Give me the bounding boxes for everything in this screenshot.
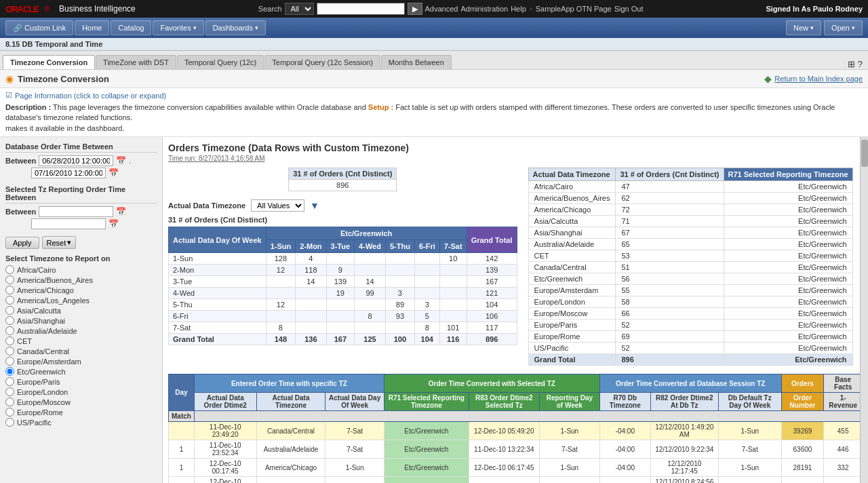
custom-link-button[interactable]: 🔗 Custom Link [5, 20, 73, 35]
tz-name: Australia/Adelaide [528, 239, 616, 250]
actual-data-timezone-select[interactable]: All Values [251, 199, 304, 212]
tz-count: 53 [616, 250, 724, 262]
radio-asia-calcutta-label: Asia/Calcutta [17, 307, 61, 315]
cell: 8 [266, 322, 296, 334]
date-to2-input[interactable] [31, 218, 106, 229]
tab-months-between[interactable]: Months Between [381, 55, 452, 69]
radio-america-los-angeles-input[interactable] [5, 296, 14, 305]
vertical-scrollbar[interactable]: ▶ [860, 137, 868, 483]
tab-grid-icon[interactable]: ⊞ [848, 59, 855, 69]
calendar-icon-4[interactable]: 📅 [108, 219, 119, 229]
calendar-icon-3[interactable]: 📅 [116, 207, 126, 216]
return-link[interactable]: Return to Main Index page [774, 75, 863, 83]
radio-europe-amsterdam-label: Europe/Amsterdam [17, 358, 81, 366]
cell: 14 [296, 276, 326, 288]
radio-etc-greenwich-input[interactable] [5, 367, 14, 376]
administration-link[interactable]: Administration [460, 5, 508, 13]
detail-subh-actual-tz: Actual Data Timezone [256, 393, 326, 411]
tab-temporal-12c[interactable]: Temporal Query (12c) [177, 55, 264, 69]
col-7-sat: 7-Sat [439, 240, 467, 253]
cell-order-num: 39269 [781, 422, 824, 440]
radio-europe-paris: Europe/Paris [5, 377, 157, 386]
search-input[interactable] [317, 3, 405, 15]
cell-dtime: 12-Dec-10 01:24:56 [194, 477, 256, 483]
table-row: Europe/London58Etc/Greenwich [528, 296, 852, 308]
advanced-link[interactable]: Advanced [425, 5, 458, 13]
info-toggle[interactable]: ☑ Page Information (click to collapse or… [5, 91, 863, 100]
between-row-end: 📅 [31, 168, 157, 178]
report-title: Orders Timezone (Data Rows with Custom T… [168, 142, 863, 153]
dashboards-arrow-icon: ▾ [255, 24, 258, 31]
tz-report: Etc/Greenwich [724, 239, 852, 250]
cell [414, 276, 439, 288]
grand-total-row: Grand Total 148136167125100104116 896 [169, 334, 517, 345]
tab-help-icon[interactable]: ? [858, 59, 863, 69]
cell [439, 265, 467, 276]
radio-asia-shanghai-input[interactable] [5, 316, 14, 325]
info-content: Description : This page leverages the ti… [5, 102, 863, 134]
cell-dow: 7-Sat [326, 422, 384, 440]
radio-europe-moscow-input[interactable] [5, 398, 14, 406]
radio-america-chicago-input[interactable] [5, 286, 14, 294]
catalog-button[interactable]: Catalog [111, 20, 151, 35]
tz-count: 67 [616, 227, 724, 239]
tables-row: 31 # of Orders (Cnt Distinct) 896 Actual… [168, 168, 863, 366]
between-row-1: Between 📅 . [5, 155, 157, 166]
sign-out-link[interactable]: Sign Out [614, 5, 644, 13]
date-from2-input[interactable] [39, 206, 113, 217]
apply-button[interactable]: Apply [5, 237, 39, 249]
top-bar: ORACLE ® Business Intelligence Search Al… [0, 0, 868, 18]
cell: 89 [385, 299, 414, 311]
tz-count: 65 [616, 239, 724, 250]
radio-europe-moscow: Europe/Moscow [5, 398, 157, 406]
radio-africa-cairo-input[interactable] [5, 265, 14, 274]
tab-timezone-dst[interactable]: TimeZone with DST [96, 55, 176, 69]
favorites-button[interactable]: Favorites ▾ [153, 20, 203, 35]
radio-asia-calcutta-input[interactable] [5, 306, 14, 315]
tab-temporal-12c-session[interactable]: Temporal Query (12c Session) [264, 55, 380, 69]
detail-match-spacer [194, 411, 862, 422]
home-button[interactable]: Home [75, 20, 109, 35]
tab-timezone-conversion[interactable]: Timezone Conversion [3, 55, 95, 69]
radio-us-pacific-input[interactable] [5, 418, 14, 427]
radio-europe-amsterdam-input[interactable] [5, 357, 14, 366]
report-runtime[interactable]: Time run: 8/27/2013 4:16:58 AM [168, 155, 863, 162]
search-button[interactable]: ▶ [408, 3, 422, 15]
right-grand-total-row: Grand Total896Etc/Greenwich [528, 354, 852, 366]
radio-canada-central-input[interactable] [5, 347, 14, 355]
detail-col-entered: Entered Order Time with specific TZ [194, 374, 384, 393]
radio-cet-input[interactable] [5, 336, 14, 345]
radio-etc-greenwich-label: Etc/Greenwich [17, 368, 66, 376]
date-to-input[interactable] [31, 168, 106, 178]
calendar-icon-2[interactable]: 📅 [108, 168, 119, 178]
db-order-section: Database Order Time Between Between 📅 . … [5, 142, 157, 178]
grand-total-tz: Etc/Greenwich [724, 354, 852, 366]
new-button[interactable]: New ▾ [786, 20, 821, 35]
grand-total-count: 896 [616, 354, 724, 366]
radio-australia-adelaide-input[interactable] [5, 326, 14, 335]
tz-name: Europe/Moscow [528, 308, 616, 320]
cell [414, 253, 439, 265]
help-link[interactable]: Help [511, 5, 526, 13]
detail-col-base-facts: Base Facts [824, 374, 863, 393]
search-scope-select[interactable]: All [285, 3, 314, 15]
radio-australia-adelaide: Australia/Adelaide [5, 326, 157, 335]
cell-r83: 12-Dec-10 00:24:56 [469, 477, 539, 483]
favorites-arrow-icon: ▾ [193, 24, 197, 31]
radio-america-chicago: America/Chicago [5, 286, 157, 294]
radio-europe-paris-input[interactable] [5, 377, 14, 386]
cell [439, 299, 467, 311]
tz-count: 71 [616, 216, 724, 227]
calendar-icon-1[interactable]: 📅 [116, 156, 126, 166]
radio-europe-london-input[interactable] [5, 387, 14, 396]
sample-app-link[interactable]: SampleApp OTN Page [536, 5, 612, 13]
cell-r82: 12/11/2010 8:24:56 PM [650, 477, 718, 483]
scrollbar-thumb[interactable] [861, 140, 868, 167]
setup-link[interactable]: Setup : [368, 103, 393, 111]
dashboards-button[interactable]: Dashboards ▾ [205, 20, 266, 35]
open-button[interactable]: Open ▾ [824, 20, 863, 35]
radio-europe-rome-input[interactable] [5, 408, 14, 417]
radio-america-buenos-aires-input[interactable] [5, 275, 14, 284]
reset-button[interactable]: Reset ▾ [42, 236, 77, 249]
date-from-input[interactable] [39, 155, 113, 166]
